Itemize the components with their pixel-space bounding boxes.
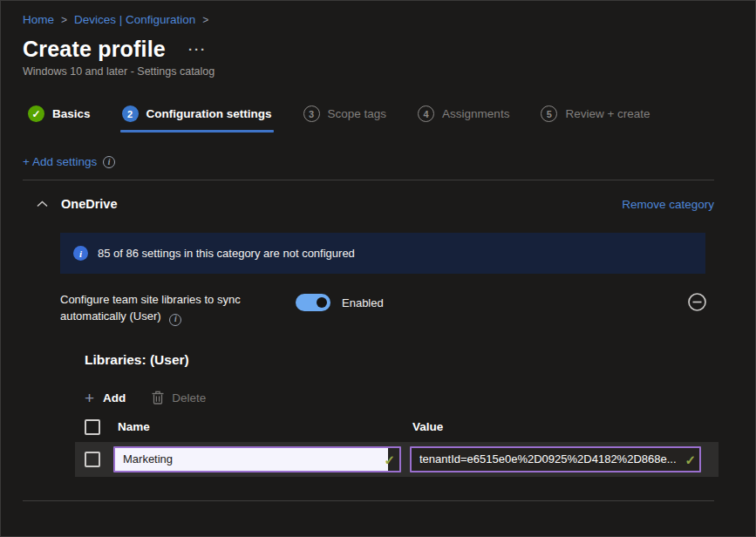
table-header-row: Name Value	[85, 419, 722, 435]
info-icon[interactable]: i	[103, 156, 115, 168]
libraries-toolbar: + Add Delete	[85, 390, 714, 406]
info-icon[interactable]: i	[169, 314, 181, 326]
step-complete-icon: ✓	[28, 105, 44, 122]
column-header-name: Name	[113, 420, 401, 433]
page-subtitle: Windows 10 and later - Settings catalog	[23, 65, 755, 78]
delete-button-label: Delete	[172, 391, 206, 404]
breadcrumb-link-home[interactable]: Home	[23, 13, 54, 26]
info-banner-text: 85 of 86 settings in this category are n…	[98, 247, 355, 260]
library-value-field: ✓	[410, 446, 701, 472]
step-number-badge: 4	[418, 105, 434, 122]
tab-basics-label: Basics	[52, 107, 91, 120]
table-row: ✓ ✓	[75, 442, 719, 477]
tab-review-create[interactable]: 5 Review + create	[541, 105, 650, 122]
add-settings-link[interactable]: + Add settings i	[23, 155, 115, 168]
row-checkbox[interactable]	[85, 452, 100, 467]
breadcrumb: Home > Devices | Configuration >	[23, 13, 755, 26]
tab-scope-tags-label: Scope tags	[328, 107, 387, 120]
library-name-input[interactable]	[113, 446, 401, 472]
remove-setting-button[interactable]	[687, 292, 707, 312]
setting-label: Configure team site libraries to sync au…	[60, 292, 289, 326]
page-title: Create profile	[23, 37, 166, 62]
breadcrumb-separator: >	[61, 14, 67, 26]
tab-scope-tags[interactable]: 3 Scope tags	[303, 105, 387, 122]
trash-icon	[152, 391, 164, 404]
libraries-heading: Libraries: (User)	[85, 352, 714, 368]
library-name-field: ✓	[113, 446, 401, 472]
tab-assignments[interactable]: 4 Assignments	[418, 105, 509, 122]
delete-library-button[interactable]: Delete	[152, 391, 206, 404]
collapse-category-button[interactable]	[35, 199, 50, 209]
tab-review-create-label: Review + create	[565, 107, 650, 120]
category-header: OneDrive Remove category	[23, 192, 714, 216]
add-button-label: Add	[103, 391, 126, 404]
create-profile-page: Home > Devices | Configuration > Create …	[0, 0, 756, 537]
bottom-divider	[23, 500, 714, 501]
tab-configuration-settings[interactable]: 2 Configuration settings	[122, 105, 272, 122]
step-number-badge: 3	[303, 105, 320, 122]
valid-check-icon: ✓	[684, 452, 696, 466]
valid-check-icon: ✓	[384, 452, 395, 466]
info-filled-icon: i	[73, 246, 88, 261]
minus-circle-icon	[687, 292, 707, 312]
remove-category-link[interactable]: Remove category	[622, 198, 714, 211]
chevron-up-icon	[37, 201, 48, 207]
category-title: OneDrive	[61, 197, 117, 211]
toggle-knob	[317, 297, 327, 308]
tab-basics[interactable]: ✓ Basics	[28, 105, 91, 122]
enabled-toggle[interactable]	[296, 294, 330, 311]
tab-assignments-label: Assignments	[442, 107, 509, 120]
setting-label-text: Configure team site libraries to sync au…	[60, 293, 241, 323]
info-banner: i 85 of 86 settings in this category are…	[60, 233, 705, 274]
wizard-steps: ✓ Basics 2 Configuration settings 3 Scop…	[28, 105, 755, 122]
setting-toggle-group: Enabled	[296, 294, 384, 311]
setting-row: Configure team site libraries to sync au…	[60, 292, 723, 326]
more-options-icon[interactable]: ···	[188, 42, 207, 57]
breadcrumb-link-devices-configuration[interactable]: Devices | Configuration	[74, 13, 195, 26]
library-value-input[interactable]	[410, 446, 701, 472]
column-header-value: Value	[410, 420, 443, 433]
plus-icon: +	[85, 390, 94, 406]
select-all-checkbox[interactable]	[85, 419, 100, 435]
step-number-badge: 2	[122, 105, 139, 122]
add-library-button[interactable]: + Add	[85, 390, 126, 406]
add-settings-label: + Add settings	[23, 155, 97, 168]
category-section: OneDrive Remove category i 85 of 86 sett…	[23, 180, 714, 501]
step-number-badge: 5	[541, 105, 557, 122]
libraries-table: Name Value ✓ ✓	[85, 419, 722, 477]
toggle-state-label: Enabled	[342, 296, 384, 309]
title-row: Create profile ···	[23, 37, 755, 62]
divider	[23, 180, 714, 180]
breadcrumb-separator: >	[202, 14, 208, 26]
tab-configuration-settings-label: Configuration settings	[146, 107, 272, 120]
